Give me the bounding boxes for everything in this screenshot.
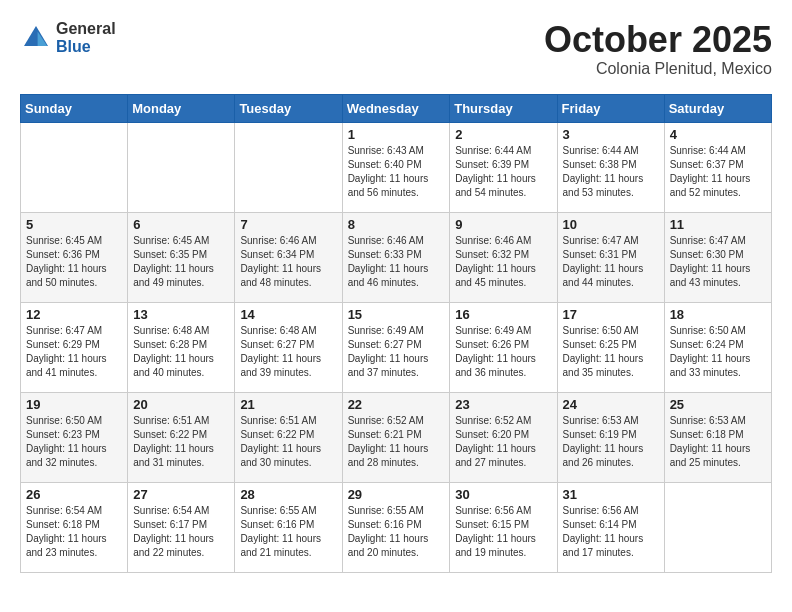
day-number: 18 — [670, 307, 766, 322]
day-info: Sunrise: 6:49 AM Sunset: 6:26 PM Dayligh… — [455, 324, 551, 380]
logo-general: General — [56, 20, 116, 38]
day-number: 17 — [563, 307, 659, 322]
calendar-cell: 24Sunrise: 6:53 AM Sunset: 6:19 PM Dayli… — [557, 392, 664, 482]
calendar-cell: 6Sunrise: 6:45 AM Sunset: 6:35 PM Daylig… — [128, 212, 235, 302]
calendar-cell: 11Sunrise: 6:47 AM Sunset: 6:30 PM Dayli… — [664, 212, 771, 302]
weekday-header-thursday: Thursday — [450, 94, 557, 122]
day-info: Sunrise: 6:47 AM Sunset: 6:31 PM Dayligh… — [563, 234, 659, 290]
day-info: Sunrise: 6:50 AM Sunset: 6:25 PM Dayligh… — [563, 324, 659, 380]
calendar-cell — [664, 482, 771, 572]
weekday-header-friday: Friday — [557, 94, 664, 122]
calendar-cell: 22Sunrise: 6:52 AM Sunset: 6:21 PM Dayli… — [342, 392, 450, 482]
day-number: 28 — [240, 487, 336, 502]
day-info: Sunrise: 6:45 AM Sunset: 6:36 PM Dayligh… — [26, 234, 122, 290]
day-number: 23 — [455, 397, 551, 412]
day-info: Sunrise: 6:50 AM Sunset: 6:23 PM Dayligh… — [26, 414, 122, 470]
day-number: 25 — [670, 397, 766, 412]
calendar-week-5: 26Sunrise: 6:54 AM Sunset: 6:18 PM Dayli… — [21, 482, 772, 572]
weekday-header-sunday: Sunday — [21, 94, 128, 122]
calendar-cell: 7Sunrise: 6:46 AM Sunset: 6:34 PM Daylig… — [235, 212, 342, 302]
calendar-cell: 20Sunrise: 6:51 AM Sunset: 6:22 PM Dayli… — [128, 392, 235, 482]
day-info: Sunrise: 6:45 AM Sunset: 6:35 PM Dayligh… — [133, 234, 229, 290]
day-info: Sunrise: 6:44 AM Sunset: 6:38 PM Dayligh… — [563, 144, 659, 200]
day-number: 1 — [348, 127, 445, 142]
day-number: 11 — [670, 217, 766, 232]
day-info: Sunrise: 6:47 AM Sunset: 6:30 PM Dayligh… — [670, 234, 766, 290]
day-number: 12 — [26, 307, 122, 322]
day-number: 31 — [563, 487, 659, 502]
calendar-cell — [128, 122, 235, 212]
calendar-cell: 16Sunrise: 6:49 AM Sunset: 6:26 PM Dayli… — [450, 302, 557, 392]
calendar-cell: 29Sunrise: 6:55 AM Sunset: 6:16 PM Dayli… — [342, 482, 450, 572]
day-info: Sunrise: 6:50 AM Sunset: 6:24 PM Dayligh… — [670, 324, 766, 380]
day-info: Sunrise: 6:48 AM Sunset: 6:28 PM Dayligh… — [133, 324, 229, 380]
day-number: 30 — [455, 487, 551, 502]
weekday-header-tuesday: Tuesday — [235, 94, 342, 122]
day-number: 4 — [670, 127, 766, 142]
logo-icon — [20, 22, 52, 54]
logo-text: General Blue — [56, 20, 116, 55]
day-info: Sunrise: 6:43 AM Sunset: 6:40 PM Dayligh… — [348, 144, 445, 200]
day-number: 8 — [348, 217, 445, 232]
calendar-cell: 15Sunrise: 6:49 AM Sunset: 6:27 PM Dayli… — [342, 302, 450, 392]
calendar-table: SundayMondayTuesdayWednesdayThursdayFrid… — [20, 94, 772, 573]
calendar-cell — [21, 122, 128, 212]
day-info: Sunrise: 6:47 AM Sunset: 6:29 PM Dayligh… — [26, 324, 122, 380]
weekday-header-row: SundayMondayTuesdayWednesdayThursdayFrid… — [21, 94, 772, 122]
day-info: Sunrise: 6:55 AM Sunset: 6:16 PM Dayligh… — [240, 504, 336, 560]
calendar-cell: 30Sunrise: 6:56 AM Sunset: 6:15 PM Dayli… — [450, 482, 557, 572]
calendar-cell: 3Sunrise: 6:44 AM Sunset: 6:38 PM Daylig… — [557, 122, 664, 212]
day-number: 2 — [455, 127, 551, 142]
calendar-cell: 25Sunrise: 6:53 AM Sunset: 6:18 PM Dayli… — [664, 392, 771, 482]
day-info: Sunrise: 6:51 AM Sunset: 6:22 PM Dayligh… — [240, 414, 336, 470]
day-number: 20 — [133, 397, 229, 412]
day-info: Sunrise: 6:52 AM Sunset: 6:20 PM Dayligh… — [455, 414, 551, 470]
weekday-header-saturday: Saturday — [664, 94, 771, 122]
day-info: Sunrise: 6:55 AM Sunset: 6:16 PM Dayligh… — [348, 504, 445, 560]
day-number: 6 — [133, 217, 229, 232]
day-number: 14 — [240, 307, 336, 322]
day-info: Sunrise: 6:53 AM Sunset: 6:18 PM Dayligh… — [670, 414, 766, 470]
calendar-week-1: 1Sunrise: 6:43 AM Sunset: 6:40 PM Daylig… — [21, 122, 772, 212]
calendar-cell: 12Sunrise: 6:47 AM Sunset: 6:29 PM Dayli… — [21, 302, 128, 392]
day-info: Sunrise: 6:53 AM Sunset: 6:19 PM Dayligh… — [563, 414, 659, 470]
day-info: Sunrise: 6:46 AM Sunset: 6:33 PM Dayligh… — [348, 234, 445, 290]
day-info: Sunrise: 6:44 AM Sunset: 6:37 PM Dayligh… — [670, 144, 766, 200]
calendar-cell: 27Sunrise: 6:54 AM Sunset: 6:17 PM Dayli… — [128, 482, 235, 572]
day-number: 9 — [455, 217, 551, 232]
calendar-cell: 31Sunrise: 6:56 AM Sunset: 6:14 PM Dayli… — [557, 482, 664, 572]
calendar-week-4: 19Sunrise: 6:50 AM Sunset: 6:23 PM Dayli… — [21, 392, 772, 482]
calendar-cell: 4Sunrise: 6:44 AM Sunset: 6:37 PM Daylig… — [664, 122, 771, 212]
calendar-cell: 10Sunrise: 6:47 AM Sunset: 6:31 PM Dayli… — [557, 212, 664, 302]
day-number: 10 — [563, 217, 659, 232]
day-info: Sunrise: 6:56 AM Sunset: 6:14 PM Dayligh… — [563, 504, 659, 560]
day-number: 5 — [26, 217, 122, 232]
day-number: 16 — [455, 307, 551, 322]
day-info: Sunrise: 6:46 AM Sunset: 6:34 PM Dayligh… — [240, 234, 336, 290]
day-number: 24 — [563, 397, 659, 412]
calendar-cell: 21Sunrise: 6:51 AM Sunset: 6:22 PM Dayli… — [235, 392, 342, 482]
calendar-cell: 28Sunrise: 6:55 AM Sunset: 6:16 PM Dayli… — [235, 482, 342, 572]
logo: General Blue — [20, 20, 116, 55]
calendar-cell: 23Sunrise: 6:52 AM Sunset: 6:20 PM Dayli… — [450, 392, 557, 482]
day-number: 19 — [26, 397, 122, 412]
day-number: 27 — [133, 487, 229, 502]
calendar-cell: 1Sunrise: 6:43 AM Sunset: 6:40 PM Daylig… — [342, 122, 450, 212]
day-info: Sunrise: 6:46 AM Sunset: 6:32 PM Dayligh… — [455, 234, 551, 290]
location-subtitle: Colonia Plenitud, Mexico — [544, 60, 772, 78]
calendar-cell: 5Sunrise: 6:45 AM Sunset: 6:36 PM Daylig… — [21, 212, 128, 302]
day-info: Sunrise: 6:48 AM Sunset: 6:27 PM Dayligh… — [240, 324, 336, 380]
weekday-header-monday: Monday — [128, 94, 235, 122]
weekday-header-wednesday: Wednesday — [342, 94, 450, 122]
day-number: 7 — [240, 217, 336, 232]
day-info: Sunrise: 6:51 AM Sunset: 6:22 PM Dayligh… — [133, 414, 229, 470]
calendar-cell: 13Sunrise: 6:48 AM Sunset: 6:28 PM Dayli… — [128, 302, 235, 392]
day-number: 22 — [348, 397, 445, 412]
calendar-cell: 26Sunrise: 6:54 AM Sunset: 6:18 PM Dayli… — [21, 482, 128, 572]
calendar-cell: 8Sunrise: 6:46 AM Sunset: 6:33 PM Daylig… — [342, 212, 450, 302]
title-block: October 2025 Colonia Plenitud, Mexico — [544, 20, 772, 78]
calendar-week-2: 5Sunrise: 6:45 AM Sunset: 6:36 PM Daylig… — [21, 212, 772, 302]
day-info: Sunrise: 6:54 AM Sunset: 6:18 PM Dayligh… — [26, 504, 122, 560]
day-number: 13 — [133, 307, 229, 322]
calendar-cell: 9Sunrise: 6:46 AM Sunset: 6:32 PM Daylig… — [450, 212, 557, 302]
